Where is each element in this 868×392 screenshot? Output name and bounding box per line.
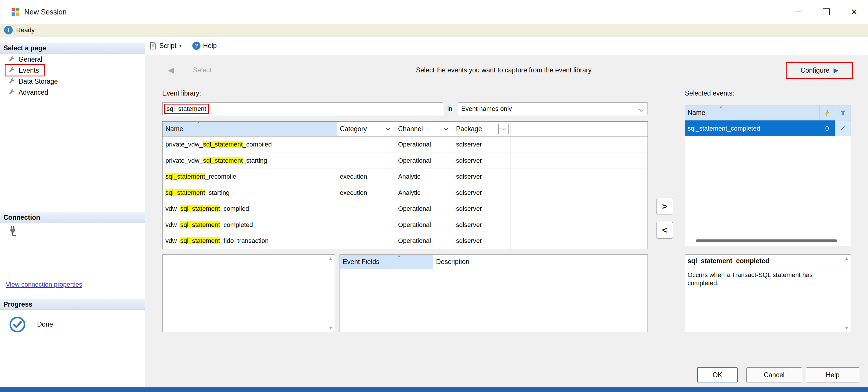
help-button[interactable]: Help xyxy=(806,367,859,383)
close-button[interactable]: × xyxy=(840,0,868,24)
search-scope-dropdown[interactable]: Event names only xyxy=(458,102,648,115)
close-icon: × xyxy=(851,6,857,18)
chevron-down-icon xyxy=(639,108,644,113)
event-channel-cell: Operational xyxy=(395,153,453,169)
selected-events-table: ^ Name sql_statement_completed 0 ✓ xyxy=(685,105,851,246)
event-row[interactable]: sql_statement_recompile execution Analyt… xyxy=(162,169,648,185)
event-row[interactable]: vdw_sql_statement_completed Operational … xyxy=(162,217,648,233)
window-title: New Session xyxy=(24,0,67,24)
highlighted-text: sql_statement xyxy=(203,141,243,148)
category-filter-dropdown[interactable] xyxy=(383,124,393,134)
column-header-channel[interactable]: Channel xyxy=(395,122,453,136)
scroll-down-icon[interactable]: ▼ xyxy=(328,325,333,331)
sidebar-item-label: General xyxy=(19,56,42,63)
progress-status: Done xyxy=(37,321,53,328)
event-fields-panel: ^ Event Fields Description xyxy=(340,255,648,332)
remove-event-button[interactable]: < xyxy=(656,222,673,238)
event-name-cell[interactable]: sql_statement_recompile xyxy=(162,169,337,185)
column-header-description[interactable]: Description xyxy=(433,255,522,269)
lightning-icon[interactable] xyxy=(819,105,835,120)
event-library-table: ^ Name Category Channel Package private_… xyxy=(162,121,648,249)
highlighted-text: sql_statement xyxy=(180,205,220,212)
select-back-button[interactable]: Select xyxy=(193,66,212,74)
minimize-button[interactable] xyxy=(784,0,812,24)
event-category-cell xyxy=(337,201,395,217)
event-package-cell: sqlserver xyxy=(453,153,511,169)
highlighted-text: sql_statement xyxy=(180,221,220,228)
sidebar-item-advanced[interactable]: Advanced xyxy=(0,87,145,98)
annotation-box-configure: Configure ▶ xyxy=(786,62,853,79)
toolbar-help-button[interactable]: Help xyxy=(203,42,217,50)
sidebar-item-label: Data Storage xyxy=(19,77,58,86)
selected-event-name[interactable]: sql_statement_completed xyxy=(685,121,819,136)
event-category-cell xyxy=(337,137,395,153)
ok-button[interactable]: OK xyxy=(697,367,738,383)
event-name-cell[interactable]: private_vdw_sql_statement_starting xyxy=(162,153,337,169)
selected-events-header: ^ Name xyxy=(685,105,850,121)
event-channel-cell: Operational xyxy=(395,233,453,249)
event-name-cell[interactable]: vdw_sql_statement_compiled xyxy=(162,201,337,217)
view-connection-properties-link[interactable]: View connection properties xyxy=(6,281,82,288)
column-header-event-fields[interactable]: ^ Event Fields xyxy=(340,255,433,269)
event-package-cell: sqlserver xyxy=(453,169,511,185)
sidebar-item-events[interactable]: Events xyxy=(0,65,145,76)
status-bar: i Ready xyxy=(0,24,868,36)
configure-button[interactable]: Configure xyxy=(801,67,830,74)
forward-arrow-icon: ▶ xyxy=(834,67,838,74)
maximize-icon xyxy=(823,8,830,15)
event-channel-cell: Analytic xyxy=(395,185,453,201)
event-package-cell: sqlserver xyxy=(453,217,511,233)
event-row[interactable]: private_vdw_sql_statement_starting Opera… xyxy=(162,153,648,169)
event-library-search-input[interactable]: sql_statement xyxy=(162,102,443,115)
channel-filter-dropdown[interactable] xyxy=(441,124,451,134)
main-content: ◀ Select Select the events you want to c… xyxy=(145,55,868,387)
event-name-cell[interactable]: vdw_sql_statement_fido_transaction xyxy=(162,233,337,249)
scroll-up-icon[interactable]: ▲ xyxy=(328,256,333,261)
filter-icon[interactable] xyxy=(835,105,850,120)
help-icon: ? xyxy=(192,42,200,50)
event-category-cell: execution xyxy=(337,169,395,185)
event-category-cell: execution xyxy=(337,185,395,201)
event-row[interactable]: vdw_sql_statement_fido_transaction Opera… xyxy=(162,233,648,249)
package-filter-dropdown[interactable] xyxy=(498,124,509,134)
event-name-cell[interactable]: private_vdw_sql_statement_compiled xyxy=(162,137,337,153)
column-header-name[interactable]: ^ Name xyxy=(162,122,337,136)
sidebar-item-label: Events xyxy=(19,67,39,74)
scroll-down-icon[interactable]: ▼ xyxy=(844,325,849,331)
event-name-cell[interactable]: vdw_sql_statement_completed xyxy=(162,217,337,233)
column-header-name[interactable]: ^ Name xyxy=(685,105,819,120)
event-category-cell xyxy=(337,217,395,233)
cancel-button[interactable]: Cancel xyxy=(746,367,802,383)
event-channel-cell: Operational xyxy=(395,201,453,217)
sidebar-item-label: Advanced xyxy=(19,89,48,96)
horizontal-scrollbar-thumb[interactable] xyxy=(695,239,837,242)
column-header-package[interactable]: Package xyxy=(453,122,511,136)
event-row[interactable]: private_vdw_sql_statement_compiled Opera… xyxy=(162,137,648,153)
check-icon[interactable]: ✓ xyxy=(835,121,850,136)
server-connection-icon xyxy=(7,225,19,237)
highlighted-text: sql_statement xyxy=(180,237,220,244)
sidebar-item-data-storage[interactable]: Data Storage xyxy=(0,76,145,87)
status-text: Ready xyxy=(16,24,35,36)
event-row[interactable]: sql_statement_starting execution Analyti… xyxy=(162,185,648,201)
wrench-icon xyxy=(8,78,15,85)
column-header-category[interactable]: Category xyxy=(337,122,395,136)
add-event-button[interactable]: > xyxy=(656,198,673,215)
event-channel-cell: Operational xyxy=(395,217,453,233)
event-name-cell[interactable]: sql_statement_starting xyxy=(162,185,337,201)
done-check-icon xyxy=(9,317,26,333)
toolbar: Script ▾ ? Help xyxy=(145,36,868,55)
maximize-button[interactable] xyxy=(812,0,840,24)
back-arrow-icon[interactable]: ◀ xyxy=(168,66,174,75)
event-category-cell xyxy=(337,153,395,169)
script-button[interactable]: Script xyxy=(159,42,177,50)
event-row[interactable]: vdw_sql_statement_compiled Operational s… xyxy=(162,201,648,217)
in-label: in xyxy=(447,105,452,112)
wrench-icon xyxy=(8,67,15,74)
sidebar-item-general[interactable]: General xyxy=(0,54,145,65)
scroll-up-icon[interactable]: ▲ xyxy=(844,256,849,261)
sort-ascending-icon: ^ xyxy=(398,255,400,260)
sort-ascending-icon: ^ xyxy=(720,106,722,110)
script-dropdown-icon[interactable]: ▾ xyxy=(179,43,182,48)
selected-event-row[interactable]: sql_statement_completed 0 ✓ xyxy=(685,121,850,136)
